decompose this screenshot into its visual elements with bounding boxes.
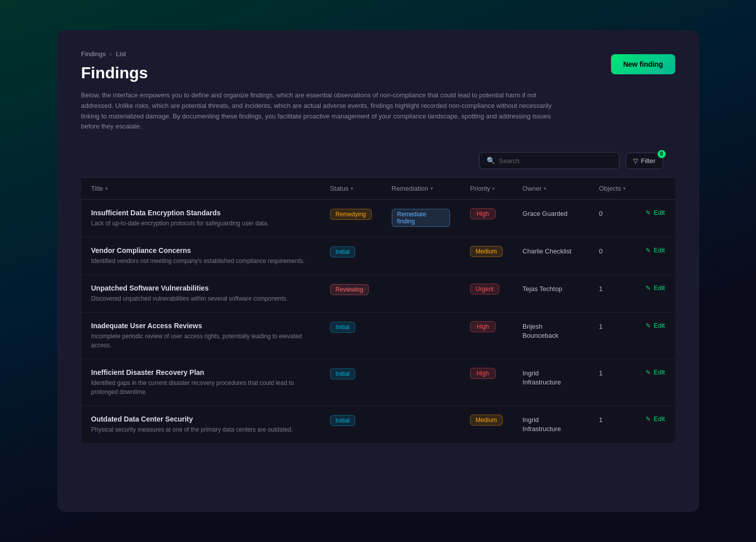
priority-sort-icon: ▾ [492,186,495,191]
owner-cell: Brijesh Bounceback [513,313,589,359]
table-row[interactable]: Insufficient Data Encryption Standards L… [81,200,675,237]
objects-count: 0 [599,210,602,217]
edit-icon: ✎ [646,285,651,292]
status-cell: Reviewing [320,275,382,313]
new-finding-button[interactable]: New finding [611,54,675,74]
edit-button[interactable]: ✎ Edit [646,368,665,376]
finding-description: Lack of up-to-date encryption protocols … [91,219,310,228]
actions-cell[interactable]: ✎ Edit [636,313,675,359]
actions-cell[interactable]: ✎ Edit [636,406,675,444]
remediation-cell [382,406,460,444]
finding-description: Identified vendors not meeting company's… [91,256,310,265]
col-priority[interactable]: Priority ▾ [460,178,513,200]
col-title[interactable]: Title ▾ [81,178,320,200]
priority-cell: High [460,313,513,359]
table-row[interactable]: Outdated Data Center Security Physical s… [81,406,675,444]
edit-button[interactable]: ✎ Edit [646,284,665,292]
edit-label: Edit [654,284,665,292]
finding-title: Insufficient Data Encryption Standards [91,209,310,217]
objects-count: 1 [599,323,602,330]
remediation-cell [382,275,460,313]
edit-icon: ✎ [646,209,651,216]
finding-description: Incomplete periodic review of user acces… [91,332,310,350]
table-row[interactable]: Inefficient Disaster Recovery Plan Ident… [81,359,675,406]
objects-cell: 1 [589,313,636,359]
remediation-cell: Remediate finding [382,200,460,237]
finding-title-cell: Inefficient Disaster Recovery Plan Ident… [81,359,320,406]
search-input[interactable] [499,157,612,165]
breadcrumb-separator: › [110,50,112,58]
edit-button[interactable]: ✎ Edit [646,209,665,216]
status-cell: Remedying [320,200,382,237]
owner-name: Grace Guarded [523,210,568,217]
status-badge: Remedying [330,209,372,220]
col-remediation[interactable]: Remediation ▾ [382,178,460,200]
page-description: Below, the interface empowers you to def… [81,90,563,132]
finding-title: Inefficient Disaster Recovery Plan [91,368,310,376]
page-title: Findings [81,64,675,82]
finding-title: Inadequate User Access Reviews [91,322,310,330]
status-cell: Initial [320,313,382,359]
edit-label: Edit [654,209,665,216]
edit-icon: ✎ [646,369,651,376]
table-header-row: Title ▾ Status ▾ Remediation ▾ [81,178,675,200]
status-badge: Initial [330,246,355,257]
breadcrumb-root[interactable]: Findings [81,50,106,58]
actions-cell[interactable]: ✎ Edit [636,237,675,275]
filter-button[interactable]: ▽ Filter 0 [626,153,663,169]
edit-icon: ✎ [646,247,651,254]
actions-cell[interactable]: ✎ Edit [636,200,675,237]
actions-cell[interactable]: ✎ Edit [636,275,675,313]
finding-title-cell: Outdated Data Center Security Physical s… [81,406,320,444]
owner-cell: Tejas Techtop [513,275,589,313]
finding-title-cell: Vendor Compliance Concerns Identified ve… [81,237,320,275]
edit-icon: ✎ [646,416,651,423]
findings-table: Title ▾ Status ▾ Remediation ▾ [81,178,675,444]
finding-title-cell: Insufficient Data Encryption Standards L… [81,200,320,237]
remediation-sort-icon: ▾ [430,186,433,191]
finding-title: Unpatched Software Vulnerabilities [91,284,310,292]
col-objects[interactable]: Objects ▾ [589,178,636,200]
objects-count: 1 [599,285,602,293]
owner-name: Brijesh Bounceback [523,323,559,339]
toolbar: 🔍 ▽ Filter 0 [81,144,675,178]
priority-cell: Medium [460,406,513,444]
finding-title-cell: Unpatched Software Vulnerabilities Disco… [81,275,320,313]
status-cell: Initial [320,406,382,444]
owner-cell: Grace Guarded [513,200,589,237]
owner-sort-icon: ▾ [544,186,546,191]
table-row[interactable]: Unpatched Software Vulnerabilities Disco… [81,275,675,313]
remediation-cell [382,237,460,275]
finding-title: Vendor Compliance Concerns [91,246,310,254]
objects-count: 0 [599,247,602,255]
objects-count: 1 [599,369,602,377]
col-owner[interactable]: Owner ▾ [513,178,589,200]
priority-badge: Medium [470,246,503,257]
owner-cell: Charlie Checklist [513,237,589,275]
breadcrumb: Findings › List [81,50,675,58]
title-sort-icon: ▾ [105,186,108,191]
table-row[interactable]: Inadequate User Access Reviews Incomplet… [81,313,675,359]
search-icon: 🔍 [487,157,495,165]
edit-button[interactable]: ✎ Edit [646,415,665,423]
priority-cell: Urgent [460,275,513,313]
objects-sort-icon: ▾ [623,186,626,191]
col-status[interactable]: Status ▾ [320,178,382,200]
priority-badge: High [470,368,496,379]
status-badge: Reviewing [330,284,369,295]
edit-button[interactable]: ✎ Edit [646,322,665,329]
objects-cell: 1 [589,275,636,313]
objects-cell: 1 [589,359,636,406]
owner-name: Ingrid Infrastructure [523,369,561,386]
priority-badge: Urgent [470,284,499,295]
filter-label: Filter [641,157,656,165]
table-row[interactable]: Vendor Compliance Concerns Identified ve… [81,237,675,275]
edit-button[interactable]: ✎ Edit [646,246,665,254]
owner-name: Charlie Checklist [523,247,572,255]
priority-badge: High [470,321,496,332]
owner-cell: Ingrid Infrastructure [513,359,589,406]
remediation-cell [382,359,460,406]
owner-name: Ingrid Infrastructure [523,416,561,433]
actions-cell[interactable]: ✎ Edit [636,359,675,406]
search-box[interactable]: 🔍 [479,152,620,169]
